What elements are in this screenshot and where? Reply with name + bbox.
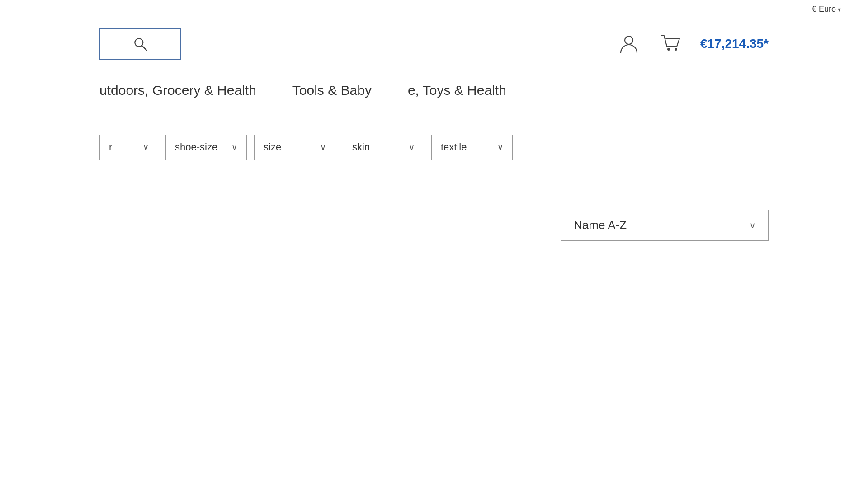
filter-dropdown-shoe-size[interactable]: shoe-size ∨ — [165, 135, 247, 160]
header-icons: €17,214.35* — [617, 32, 769, 56]
sort-label: Name A-Z — [574, 218, 627, 232]
top-bar: € Euro ▾ — [0, 0, 868, 19]
filter-r-label: r — [109, 141, 112, 153]
svg-line-1 — [142, 46, 147, 51]
filter-dropdown-size[interactable]: size ∨ — [254, 135, 335, 160]
filter-dropdown-r[interactable]: r ∨ — [99, 135, 158, 160]
cart-price[interactable]: €17,214.35* — [700, 37, 769, 51]
sort-section: Name A-Z ∨ — [0, 174, 868, 254]
filter-shoe-size-chevron-icon: ∨ — [231, 142, 237, 152]
filter-r-chevron-icon: ∨ — [143, 142, 149, 152]
filter-shoe-size-label: shoe-size — [175, 141, 217, 153]
currency-chevron-icon: ▾ — [838, 6, 841, 13]
filter-dropdown-textile[interactable]: textile ∨ — [431, 135, 513, 160]
filters-section: r ∨ shoe-size ∨ size ∨ skin ∨ textile ∨ — [0, 112, 868, 174]
user-icon — [617, 32, 641, 56]
search-box[interactable] — [99, 28, 181, 60]
currency-selector[interactable]: € Euro ▾ — [812, 5, 841, 14]
header: €17,214.35* — [0, 19, 868, 69]
sort-dropdown[interactable]: Name A-Z ∨ — [561, 210, 769, 241]
cart-button[interactable] — [659, 32, 682, 56]
currency-label: € Euro — [812, 5, 836, 14]
svg-point-4 — [675, 48, 677, 51]
navigation: utdoors, Grocery & Health Tools & Baby e… — [0, 69, 868, 112]
nav-item-toys[interactable]: e, Toys & Health — [408, 83, 506, 98]
filter-skin-label: skin — [352, 141, 370, 153]
filter-size-label: size — [264, 141, 281, 153]
user-account-button[interactable] — [617, 32, 641, 56]
nav-item-outdoors[interactable]: utdoors, Grocery & Health — [99, 83, 256, 98]
filter-textile-label: textile — [441, 141, 467, 153]
nav-item-tools[interactable]: Tools & Baby — [292, 83, 372, 98]
filter-textile-chevron-icon: ∨ — [497, 142, 503, 152]
filter-size-chevron-icon: ∨ — [320, 142, 326, 152]
cart-icon — [659, 32, 682, 56]
filter-skin-chevron-icon: ∨ — [409, 142, 415, 152]
svg-point-3 — [667, 48, 670, 51]
svg-point-2 — [625, 36, 633, 44]
search-icon — [132, 36, 148, 52]
filter-dropdown-skin[interactable]: skin ∨ — [343, 135, 424, 160]
sort-chevron-icon: ∨ — [750, 221, 755, 230]
